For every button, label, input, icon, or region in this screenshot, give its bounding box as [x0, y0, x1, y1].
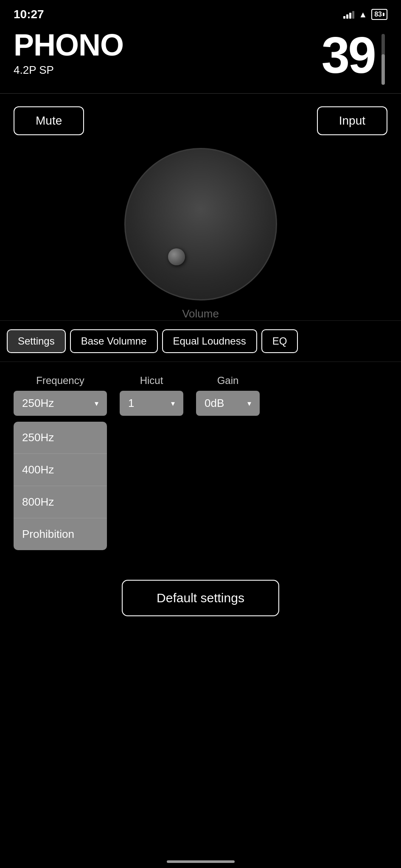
tab-equal-loudness[interactable]: Equal Loudness [162, 329, 257, 353]
knob-container: Volume [0, 148, 401, 320]
gain-value: 0dB [205, 397, 224, 410]
tab-eq[interactable]: EQ [261, 329, 298, 353]
source-sub: 4.2P SP [14, 64, 123, 77]
status-time: 10:27 [14, 8, 44, 21]
status-icons: ▲ 83 [343, 9, 387, 20]
hicut-group: Hicut 1 ▾ [120, 375, 183, 416]
frequency-chevron-icon: ▾ [95, 399, 98, 408]
volume-slider-vertical[interactable] [379, 34, 387, 85]
knob-indicator [168, 248, 185, 265]
gain-dropdown-button[interactable]: 0dB ▾ [196, 391, 260, 416]
tab-settings[interactable]: Settings [7, 329, 66, 353]
header-divider [0, 93, 401, 94]
signal-icon [343, 10, 354, 19]
home-indicator [167, 860, 235, 863]
gain-label: Gain [196, 375, 260, 387]
frequency-dropdown-button[interactable]: 250Hz ▾ [14, 391, 107, 416]
hicut-chevron-icon: ▾ [171, 399, 175, 408]
frequency-option-250hz[interactable]: 250Hz [14, 422, 107, 454]
frequency-option-400hz[interactable]: 400Hz [14, 454, 107, 486]
knob-label: Volume [182, 307, 219, 320]
settings-section: Frequency 250Hz ▾ 250Hz 400Hz 800Hz Proh… [0, 362, 401, 563]
battery-indicator: 83 [371, 9, 387, 20]
tab-base-volume[interactable]: Base Volumne [70, 329, 158, 353]
frequency-label: Frequency [14, 375, 107, 387]
wifi-icon: ▲ [359, 10, 367, 19]
frequency-option-prohibition[interactable]: Prohibition [14, 518, 107, 550]
volume-track [381, 34, 385, 85]
default-settings-container: Default settings [0, 563, 401, 642]
gain-group: Gain 0dB ▾ [196, 375, 260, 416]
volume-fill [381, 54, 385, 85]
input-button[interactable]: Input [317, 106, 387, 135]
volume-display: 39 [322, 30, 375, 81]
frequency-option-800hz[interactable]: 800Hz [14, 486, 107, 518]
status-bar: 10:27 ▲ 83 [0, 0, 401, 25]
mute-button[interactable]: Mute [14, 106, 84, 135]
frequency-group: Frequency 250Hz ▾ 250Hz 400Hz 800Hz Proh… [14, 375, 107, 550]
hicut-label: Hicut [120, 375, 183, 387]
gain-chevron-icon: ▾ [247, 399, 251, 408]
volume-knob[interactable] [124, 148, 277, 300]
battery-tip [383, 13, 384, 16]
frequency-dropdown-menu: 250Hz 400Hz 800Hz Prohibition [14, 422, 107, 550]
header: PHONO 4.2P SP 39 [0, 25, 401, 89]
hicut-dropdown-button[interactable]: 1 ▾ [120, 391, 183, 416]
source-name: PHONO [14, 30, 123, 60]
header-right: 39 [322, 30, 387, 85]
header-left: PHONO 4.2P SP [14, 30, 123, 77]
default-settings-button[interactable]: Default settings [122, 580, 279, 616]
battery-level: 83 [374, 11, 382, 18]
settings-row: Frequency 250Hz ▾ 250Hz 400Hz 800Hz Proh… [14, 375, 387, 550]
tabs-row: Settings Base Volumne Equal Loudness EQ [0, 320, 401, 362]
control-buttons-row: Mute Input [0, 98, 401, 144]
frequency-value: 250Hz [22, 397, 54, 410]
hicut-value: 1 [128, 397, 134, 410]
